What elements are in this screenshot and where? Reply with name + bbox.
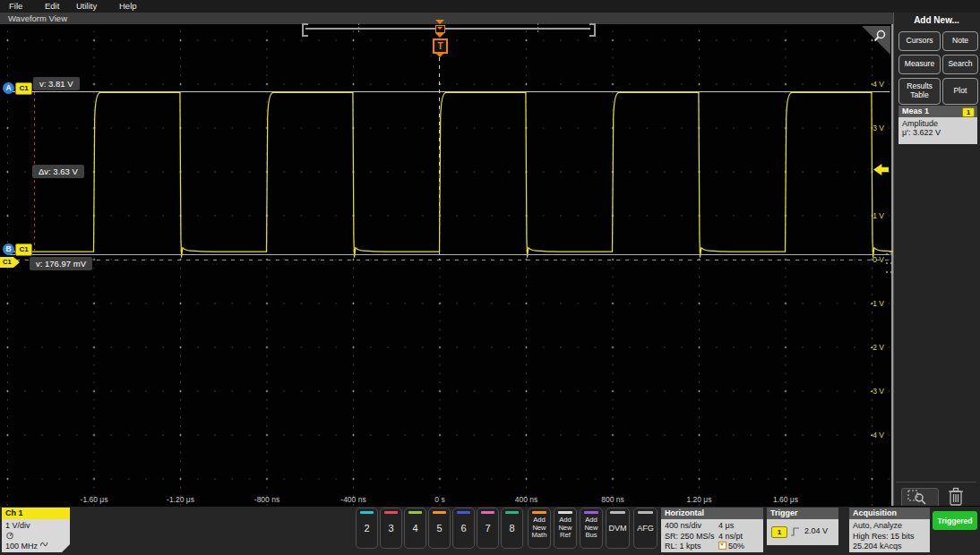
channel-color-stripe [408,511,422,514]
dvm-label: DVM [609,524,627,533]
channel-color-stripe [457,511,470,514]
v-axis-label: 0 V [857,255,884,264]
channel-5-button[interactable]: 5 [428,508,451,549]
panel-splitter-handle[interactable] [886,253,893,273]
acquisition-row: High Res: 15 bits [853,532,915,541]
acquisition-title: Acquisition [853,508,897,517]
v-axis-label: 3 V [857,124,884,132]
v-axis-label: 4 V [857,80,884,89]
meas1-body[interactable]: Amplitude μ': 3.622 V [898,117,977,144]
measure-button[interactable]: Measure [898,55,941,74]
cursor-delta-readout[interactable]: Δv: 3.63 V [32,165,84,178]
meas1-value: μ': 3.622 V [902,128,977,137]
trigger-panel-header[interactable]: Trigger [767,508,838,519]
trigger-position-marker[interactable]: T [433,38,448,54]
cursor-b-source-badge[interactable]: C1 [15,243,32,256]
bandwidth-icon [40,541,48,548]
channel1-scale: 1 V/div [5,521,30,530]
zoom-box-icon [907,490,931,505]
expansion-point-icon [435,20,444,24]
channel-8-button[interactable]: 8 [501,508,523,549]
overview-right-bracket [589,23,596,37]
horizontal-row-c2: 4 ns/pt [718,532,743,541]
trigger-title: Trigger [770,508,798,517]
acquisition-panel-header[interactable]: Acquisition [849,508,930,519]
search-button[interactable]: Search [942,55,978,74]
afg-button[interactable]: AFG [633,508,658,549]
button-label: Add New Bus [584,517,597,540]
t-axis-label: -400 ns [327,495,381,504]
cursor-b-hline[interactable] [7,254,890,255]
t-axis-label: 1.20 μs [673,495,726,504]
trigger-panel-body[interactable]: 1 2.04 V [767,519,838,545]
button-label: Add New Ref [558,517,572,540]
v-axis-label: -4 V [857,431,884,440]
button-color-stripe [558,511,572,514]
trigger-position-vline [439,57,440,260]
horizontal-row-c1: SR: 250 MS/s [665,532,715,541]
v-axis-label: 1 V [857,211,884,220]
channel-2-button[interactable]: 2 [356,508,378,549]
overview-tick-right [537,23,538,33]
dvm-button[interactable]: DVM [606,508,630,549]
horizontal-title: Horizontal [665,508,704,517]
channel1-waveform[interactable] [0,0,980,555]
overview-bar[interactable] [305,28,590,30]
t-axis-label: -1.20 μs [154,495,208,504]
horizontal-panel-header[interactable]: Horizontal [661,508,763,519]
overview-left-bracket [302,23,308,37]
channel-4-button[interactable]: 4 [404,508,426,549]
add-new-math-button[interactable]: Add New Math [528,508,551,549]
channel-color-stripe [360,511,374,514]
add-new-ref-button[interactable]: Add New Ref [554,508,577,549]
meas1-source-badge: 1 [962,107,975,117]
add-new-bus-button[interactable]: Add New Bus [580,508,603,549]
v-axis-label: -1 V [857,299,884,308]
button-color-stripe [532,511,546,514]
sidebar-divider [896,482,976,482]
expansion-point-icon [718,542,726,550]
trash-icon [949,489,963,506]
expansion-point-box-icon [435,25,445,33]
channel-3-button[interactable]: 3 [380,508,402,549]
plot-button[interactable]: Plot [942,78,978,105]
button-label: Add New Math [532,517,547,540]
t-axis-label: -1.60 μs [67,495,121,504]
cursors-button[interactable]: Cursors [898,31,941,51]
trigger-status-badge: Triggered [933,511,977,530]
channel-color-stripe [384,511,398,514]
button-color-stripe [584,511,598,514]
horizontal-panel-body[interactable]: 400 ns/div4 μsSR: 250 MS/s4 ns/ptRL: 1 k… [661,519,763,552]
channel-color-stripe [481,511,494,514]
channel-7-button[interactable]: 7 [477,508,499,549]
horizontal-row-c2: 4 μs [718,521,734,530]
acquisition-panel-body[interactable]: Auto, AnalyzeHigh Res: 15 bits25.204 kAc… [849,519,930,552]
horizontal-row-c1: 400 ns/div [665,521,701,530]
cursor-a-badge[interactable]: A [3,82,14,94]
trigger-level-value: 2.04 V [804,526,828,535]
acquisition-row: Auto, Analyze [853,521,902,530]
cursor-a-source-badge[interactable]: C1 [15,82,32,95]
meas1-name: Amplitude [902,119,977,128]
channel-6-button[interactable]: 6 [452,508,475,549]
oscilloscope-app: FileEditUtilityHelp Waveform View T A C1… [0,0,980,555]
magnifier-icon [873,29,887,43]
horizontal-row-c1: RL: 1 kpts [665,542,701,551]
trigger-marker-tail-icon [435,53,444,57]
cursor-b-badge[interactable]: B [3,243,14,255]
channel1-badge[interactable]: Ch 1 1 V/div 100 MHz [2,508,70,552]
t-axis-label: 1.60 μs [759,495,812,504]
delete-button[interactable] [947,486,965,508]
note-button[interactable]: Note [942,31,978,51]
t-axis-label: 400 ns [500,495,554,504]
cursor-a-hline[interactable] [7,91,890,92]
rising-edge-icon [790,526,801,537]
results-table-button[interactable]: Results Table [898,78,941,105]
t-axis-label: -800 ns [240,495,294,504]
cursor-b-readout[interactable]: v: 176.97 mV [30,257,92,270]
t-axis-label: 800 ns [586,495,640,504]
channel-color-stripe [505,511,519,514]
meas1-header[interactable]: Meas 1 1 [898,106,977,117]
cursor-a-readout[interactable]: v: 3.81 V [33,77,80,90]
channel1-name: Ch 1 [2,508,70,519]
